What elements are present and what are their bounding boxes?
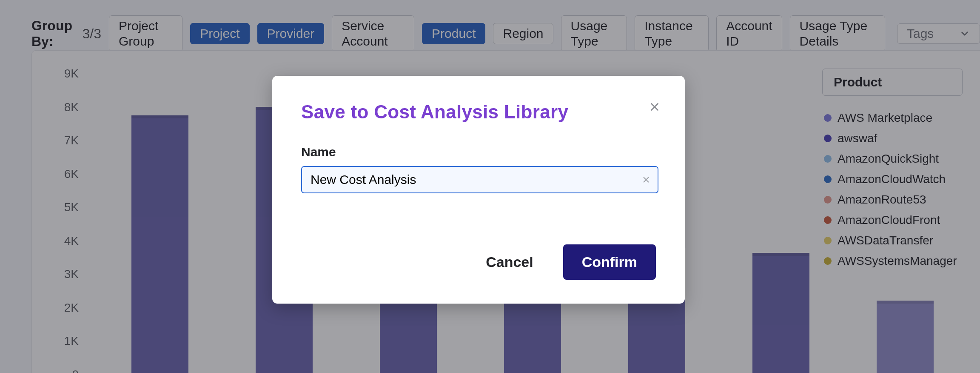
close-icon[interactable]	[648, 100, 661, 113]
name-field-label: Name	[301, 145, 656, 159]
name-input[interactable]	[301, 166, 658, 193]
confirm-button[interactable]: Confirm	[563, 244, 656, 280]
modal-title: Save to Cost Analysis Library	[301, 101, 656, 123]
save-modal: Save to Cost Analysis Library Name Cance…	[272, 76, 685, 304]
cancel-button[interactable]: Cancel	[481, 244, 538, 280]
clear-input-icon[interactable]	[641, 175, 651, 184]
